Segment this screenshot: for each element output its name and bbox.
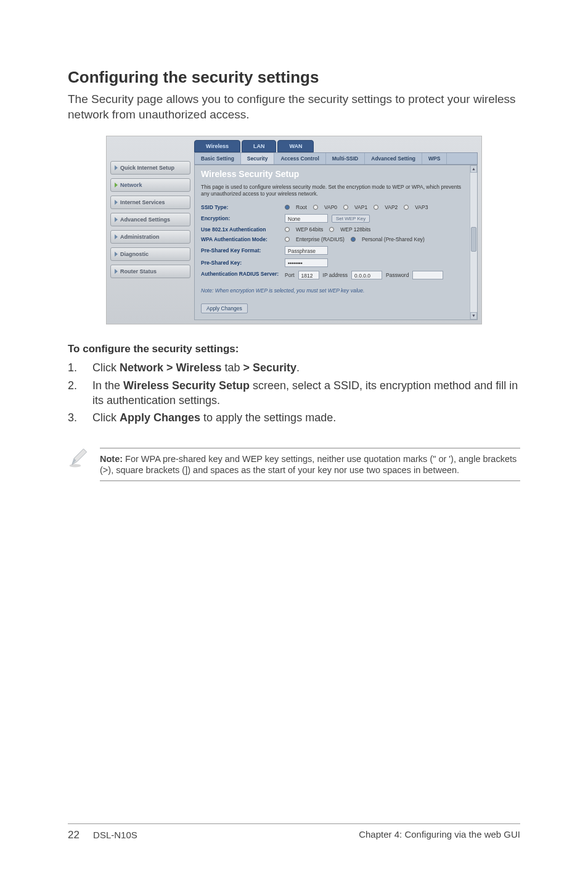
tab-lan[interactable]: LAN bbox=[242, 140, 277, 152]
radio-icon[interactable] bbox=[374, 205, 378, 210]
top-tabs: Wireless LAN WAN bbox=[194, 140, 478, 152]
psk-label: Pre-Shared Key: bbox=[201, 260, 281, 266]
sidebar: Quick Internet Setup Network Internet Se… bbox=[107, 136, 192, 324]
scroll-down-icon[interactable]: ▼ bbox=[470, 312, 477, 320]
auth-radius-label: Authentication RADIUS Server: bbox=[201, 271, 281, 277]
subtab-access-control[interactable]: Access Control bbox=[274, 153, 325, 164]
step-1: 1. Click Network > Wireless tab > Securi… bbox=[68, 360, 520, 375]
subtab-security[interactable]: Security bbox=[241, 153, 275, 164]
chevron-right-icon bbox=[115, 165, 118, 170]
radio-icon[interactable] bbox=[285, 227, 290, 232]
page-footer: 22 DSL-N10S Chapter 4: Configuring via t… bbox=[68, 823, 520, 841]
chevron-right-icon bbox=[115, 269, 118, 274]
page-number: 22 bbox=[68, 829, 80, 841]
wep-note: Note: When encryption WEP is selected, y… bbox=[195, 281, 477, 300]
set-wep-key-button[interactable]: Set WEP Key bbox=[332, 215, 370, 223]
section-desc: This page is used to configure wireless … bbox=[195, 183, 477, 202]
step-2: 2. In the Wireless Security Setup screen… bbox=[68, 378, 520, 408]
section-title: Wireless Security Setup bbox=[195, 165, 477, 183]
note-block: Note: For WPA pre-shared key and WEP key… bbox=[68, 448, 520, 481]
subtab-basic[interactable]: Basic Setting bbox=[195, 153, 241, 164]
radius-port-input[interactable]: 1812 bbox=[298, 271, 319, 279]
scrollbar[interactable]: ▲ ▼ bbox=[470, 165, 477, 320]
chapter-label: Chapter 4: Configuring via the web GUI bbox=[359, 829, 520, 841]
use-8021x-label: Use 802.1x Authentication bbox=[201, 226, 281, 233]
radio-icon[interactable] bbox=[285, 237, 290, 242]
scroll-thumb[interactable] bbox=[471, 227, 476, 252]
tab-wireless[interactable]: Wireless bbox=[194, 140, 240, 152]
ssid-type-label: SSID Type: bbox=[201, 204, 281, 210]
tab-wan[interactable]: WAN bbox=[277, 140, 314, 152]
intro-text: The Security page allows you to configur… bbox=[68, 92, 520, 122]
subtab-multi-ssid[interactable]: Multi-SSID bbox=[326, 153, 365, 164]
instructions-title: To configure the security settings: bbox=[68, 343, 520, 355]
content-box: Wireless Security Setup This page is use… bbox=[194, 165, 478, 320]
chevron-right-icon bbox=[115, 252, 118, 257]
psk-format-label: Pre-Shared Key Format: bbox=[201, 247, 281, 254]
note-text: For WPA pre-shared key and WEP key setti… bbox=[100, 454, 517, 475]
ssid-type-radios[interactable]: Root VAP0 VAP1 VAP2 VAP3 bbox=[285, 204, 428, 210]
radius-ip-input[interactable]: 0.0.0.0 bbox=[351, 271, 382, 279]
radio-icon[interactable] bbox=[404, 205, 409, 210]
scroll-up-icon[interactable]: ▲ bbox=[470, 165, 477, 173]
chevron-right-icon bbox=[115, 200, 118, 205]
step-3: 3. Click Apply Changes to apply the sett… bbox=[68, 410, 520, 425]
sidebar-item-router-status[interactable]: Router Status bbox=[110, 265, 190, 278]
radius-password-input[interactable] bbox=[412, 271, 443, 279]
pencil-icon bbox=[68, 448, 89, 471]
router-ui-screenshot: Quick Internet Setup Network Internet Se… bbox=[106, 136, 482, 324]
chevron-right-icon bbox=[115, 234, 118, 239]
chevron-right-icon bbox=[115, 183, 118, 188]
instructions: To configure the security settings: 1. C… bbox=[68, 343, 520, 425]
note-label: Note: bbox=[100, 454, 123, 464]
sidebar-item-internet-services[interactable]: Internet Services bbox=[110, 196, 190, 209]
sidebar-item-diagnostic[interactable]: Diagnostic bbox=[110, 247, 190, 261]
page-heading: Configuring the security settings bbox=[68, 68, 520, 87]
radio-icon[interactable] bbox=[285, 205, 290, 210]
subtab-advanced[interactable]: Advanced Setting bbox=[365, 153, 422, 164]
sub-tabs: Basic Setting Security Access Control Mu… bbox=[194, 152, 478, 165]
apply-changes-button[interactable]: Apply Changes bbox=[201, 303, 248, 313]
radio-icon[interactable] bbox=[351, 237, 356, 242]
radio-icon[interactable] bbox=[313, 205, 318, 210]
sidebar-item-network[interactable]: Network bbox=[110, 178, 190, 192]
chevron-right-icon bbox=[115, 217, 118, 222]
sidebar-item-administration[interactable]: Administration bbox=[110, 230, 190, 244]
radio-icon[interactable] bbox=[329, 227, 334, 232]
psk-input[interactable]: •••••••• bbox=[285, 258, 328, 267]
radio-icon[interactable] bbox=[343, 205, 348, 210]
svg-point-0 bbox=[70, 464, 81, 467]
psk-format-select[interactable]: Passphrase bbox=[285, 246, 328, 255]
main-panel: Wireless LAN WAN Basic Setting Security … bbox=[192, 136, 481, 324]
model-name: DSL-N10S bbox=[93, 830, 137, 840]
subtab-wps[interactable]: WPS bbox=[422, 153, 447, 164]
encryption-select[interactable]: None bbox=[285, 214, 328, 223]
sidebar-item-quick-setup[interactable]: Quick Internet Setup bbox=[110, 161, 190, 175]
encryption-label: Encryption: bbox=[201, 215, 281, 221]
wpa-auth-label: WPA Authentication Mode: bbox=[201, 236, 281, 242]
sidebar-item-advanced-settings[interactable]: Advanced Settings bbox=[110, 213, 190, 226]
